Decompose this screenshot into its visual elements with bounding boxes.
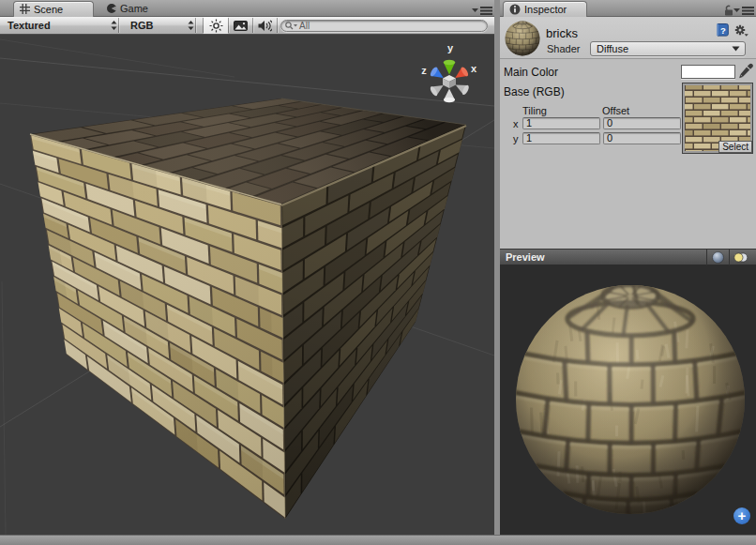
inspector-tab-menu-icon[interactable] [733, 5, 754, 16]
material-name: bricks [546, 26, 578, 40]
audio-speaker-icon[interactable] [253, 17, 277, 34]
axis-x-label: x [513, 118, 519, 129]
svg-text:?: ? [720, 25, 726, 36]
material-header: bricks Shader Diffuse ? [500, 17, 756, 59]
preview-area[interactable]: + [500, 265, 756, 535]
preview-header[interactable]: Preview [500, 249, 756, 265]
shader-label: Shader [547, 43, 580, 54]
color-mode-value: RGB [130, 20, 188, 31]
draw-mode-value: Textured [8, 20, 111, 31]
search-filter-value: All [299, 21, 310, 31]
base-texture-label: Base (RGB) [504, 85, 565, 98]
lighting-sun-icon[interactable] [204, 17, 228, 34]
draw-mode-dropdown[interactable]: Textured [0, 17, 117, 34]
inspector-tabbar: Inspector [500, 0, 756, 17]
game-icon [107, 4, 116, 13]
gear-icon[interactable] [733, 23, 748, 38]
scene-tabbar: Scene Game [0, 0, 494, 17]
tab-inspector[interactable]: Inspector [503, 1, 587, 17]
shader-dropdown[interactable]: Diffuse [590, 41, 746, 56]
skybox-image-icon[interactable] [229, 17, 252, 34]
tiling-header: Tiling [522, 105, 547, 116]
tiling-y-field[interactable] [522, 132, 600, 144]
preview-expand-button[interactable]: + [733, 507, 750, 524]
offset-x-field[interactable] [603, 117, 681, 129]
main-color-label: Main Color [504, 66, 558, 79]
tab-game-label: Game [120, 3, 148, 14]
material-preview-ball [505, 21, 540, 56]
base-texture-thumbnail[interactable]: Select [682, 83, 753, 154]
tab-scene-label: Scene [34, 4, 63, 15]
svg-text:z: z [421, 65, 427, 76]
svg-text:x: x [471, 63, 477, 74]
tab-scene[interactable]: Scene [13, 1, 94, 17]
info-icon [509, 4, 521, 15]
scene-tab-menu-icon[interactable] [472, 5, 492, 16]
help-icon[interactable]: ? [716, 23, 731, 38]
chevron-down-icon [732, 46, 740, 52]
axis-y-label: y [513, 133, 519, 144]
texture-select-button[interactable]: Select [718, 141, 752, 153]
shader-value: Diffuse [597, 43, 732, 54]
preview-sphere-button[interactable] [706, 250, 728, 265]
scene-panel: Scene Game Textured RGB [0, 0, 494, 535]
scene-search-field[interactable]: All [280, 20, 488, 32]
offset-header: Offset [602, 105, 629, 116]
unity-editor-window: Scene Game Textured RGB [0, 0, 756, 545]
preview-panel: Preview + [500, 249, 756, 535]
search-icon [285, 22, 297, 30]
tab-game[interactable]: Game [101, 1, 156, 17]
preview-lighting-button[interactable] [729, 250, 751, 265]
updown-arrows-icon [188, 21, 194, 30]
preview-sphere [500, 265, 756, 535]
scene-toolbar: Textured RGB All [0, 17, 494, 35]
eyedropper-icon[interactable] [738, 63, 753, 80]
tab-inspector-label: Inspector [524, 4, 567, 15]
preview-title: Preview [506, 251, 545, 263]
updown-arrows-icon [111, 21, 117, 30]
grid-icon [20, 4, 30, 14]
scene-viewport[interactable]: yxz [0, 35, 494, 535]
material-properties: Main Color Base (RGB) Select Tiling Offs… [500, 60, 756, 249]
svg-text:y: y [447, 42, 454, 53]
window-resize-bar[interactable] [0, 535, 756, 545]
inspector-panel: Inspector bricks Shader Diffuse ? [500, 0, 756, 535]
color-mode-dropdown[interactable]: RGB [119, 17, 194, 34]
main-color-swatch[interactable] [681, 65, 735, 79]
tiling-x-field[interactable] [522, 117, 600, 129]
offset-y-field[interactable] [603, 132, 681, 144]
